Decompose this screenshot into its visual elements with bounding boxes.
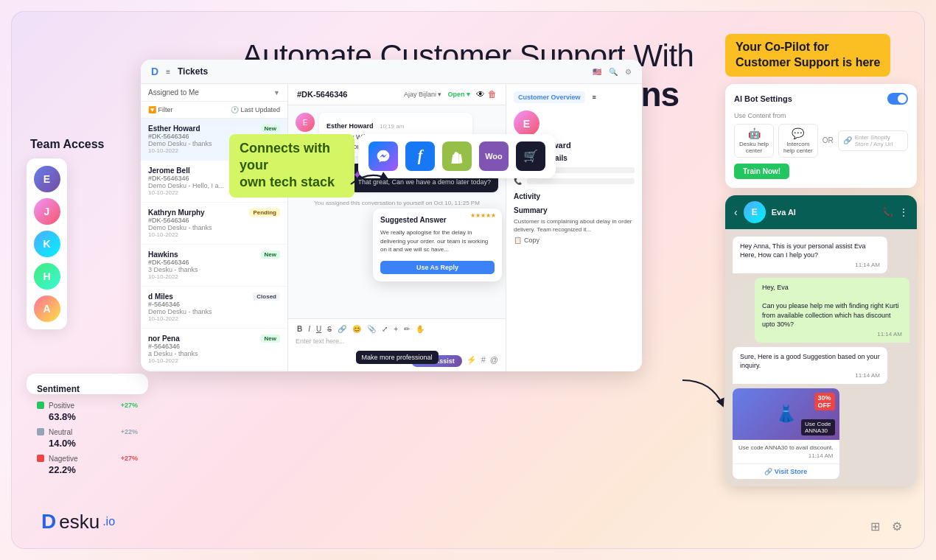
custom-url-box[interactable]: 🔗 Enter Shopify Store / Any Url xyxy=(838,130,908,151)
hand-btn[interactable]: ✋ xyxy=(414,323,426,335)
sentiment-negative: Nagetive +27% 22.2% xyxy=(37,455,138,475)
ai-bot-toggle[interactable] xyxy=(887,93,908,105)
ticket-id-label: #DK-5646346 xyxy=(297,90,348,99)
ai-bot-header: AI Bot Settings xyxy=(734,93,908,105)
phone-call-icon[interactable]: 📞 xyxy=(882,207,893,217)
copy-button[interactable]: 📋 Copy xyxy=(514,237,635,244)
search-icon[interactable]: 🔍 xyxy=(609,68,618,76)
link-icon: 🔗 xyxy=(843,136,852,144)
strike-btn[interactable]: S̶ xyxy=(326,323,333,335)
phone-row: 📞 xyxy=(514,178,635,185)
wa-dots-icon[interactable]: ⋮ xyxy=(899,207,908,217)
suggested-answer-popup: ★★★★★ Suggested Answer We really apologi… xyxy=(373,209,502,281)
desku-source[interactable]: 🤖 Desku helpcenter xyxy=(734,124,774,158)
right-arrow xyxy=(675,373,734,417)
customer-overview-tab[interactable]: Customer Overview xyxy=(514,91,585,103)
details-tab[interactable]: ≡ xyxy=(588,91,601,103)
wa-product-image: 👗 30%OFF Use CodeANNA30 xyxy=(733,388,839,440)
intercom-source[interactable]: 💬 Intercomhelp center xyxy=(778,124,818,158)
ticket-item[interactable]: Kathryn Murphy Pending #DK-5646346 Demo … xyxy=(141,203,287,245)
conversation-area: #DK-5646346 Ajay Bijlani ▾ Open ▾ 👁 🗑 E … xyxy=(288,84,506,371)
customer-avatar-large: E xyxy=(514,111,539,136)
italic-btn[interactable]: I xyxy=(307,323,312,335)
lightning-icon[interactable]: ⚡ xyxy=(467,355,477,367)
conversation-header: #DK-5646346 Ajay Bijlani ▾ Open ▾ 👁 🗑 xyxy=(288,84,506,105)
phone-icon: 📞 xyxy=(514,178,524,185)
woocommerce-icon: Woo xyxy=(479,141,509,171)
compose-input-area[interactable]: Enter text here... xyxy=(296,337,498,352)
connects-text: Connects with yourown tech stack xyxy=(229,134,355,197)
whatsapp-chat: ‹ E Eva AI 📞 ⋮ Hey Anna, This is your pe… xyxy=(725,195,917,486)
pencil-btn[interactable]: ✏ xyxy=(402,323,411,335)
sort-row: 🔽 Filter 🕐 Last Updated xyxy=(141,102,287,119)
ai-bot-title: AI Bot Settings xyxy=(734,94,792,103)
view-icon[interactable]: 👁 xyxy=(476,89,485,99)
negative-dot xyxy=(37,455,44,462)
copy-label: Copy xyxy=(524,237,539,244)
bold-btn[interactable]: B xyxy=(296,323,304,335)
customer-tabs: Customer Overview ≡ xyxy=(514,91,635,103)
plus-btn[interactable]: + xyxy=(392,323,399,335)
back-icon[interactable]: ‹ xyxy=(734,206,738,218)
delete-icon[interactable]: 🗑 xyxy=(488,89,497,99)
neutral-dot xyxy=(37,428,44,435)
visit-store-button[interactable]: 🔗 Visit Store xyxy=(733,463,839,479)
settings-icon-bottom[interactable]: ⚙ xyxy=(892,519,902,533)
shopify-icon xyxy=(442,141,472,171)
content-from-label: Use Content from xyxy=(734,112,908,119)
wa-message-outgoing: Hey, EvaCan you please help me with find… xyxy=(755,278,909,343)
ticket-item[interactable]: nor Pena New #-5646346 a Desku - thanks … xyxy=(141,329,287,371)
bottom-nav: ⊞ ⚙ xyxy=(870,519,902,533)
at-icon[interactable]: @ xyxy=(490,355,498,367)
facebook-icon: f xyxy=(405,141,435,171)
wa-message-incoming-2: Sure, Here is a good Suggestion based on… xyxy=(733,347,887,384)
avatar: H xyxy=(34,263,60,290)
desku-source-icon: 🤖 xyxy=(739,127,769,139)
grid-icon[interactable]: ⊞ xyxy=(870,519,880,533)
sentiment-box: Sentiment Positive +27% 63.8% Neutral +2… xyxy=(27,374,148,394)
phone-value xyxy=(527,178,635,184)
ticket-body: Assigned to Me ▼ 🔽 Filter 🕐 Last Updated… xyxy=(141,84,642,371)
train-now-button[interactable]: Train Now! xyxy=(734,164,789,179)
or-divider: OR xyxy=(823,136,834,144)
ticket-header: D ≡ Tickets 🇺🇸 🔍 ⚙ xyxy=(141,60,642,84)
agent-avatar: E xyxy=(296,113,315,132)
main-container: Automate Customer Support With Power Of … xyxy=(11,11,925,549)
ticket-item[interactable]: d Miles Closed #-5646346 Demo Desku - th… xyxy=(141,287,287,329)
use-reply-button[interactable]: Use As Reply xyxy=(380,261,495,274)
make-professional-tooltip: Make more professional xyxy=(355,351,438,364)
filter-icon[interactable]: ▼ xyxy=(273,89,280,97)
discount-badge: 30%OFF xyxy=(814,393,835,410)
use-code-badge: Use CodeANNA30 xyxy=(801,419,835,435)
ticket-item[interactable]: Hawkins New #DK-5646346 3 Desku - thanks… xyxy=(141,245,287,287)
activity-title: Activity xyxy=(514,192,635,200)
desku-io: .io xyxy=(102,515,115,528)
desku-logo: D esku .io xyxy=(41,510,115,533)
wa-product-info: Use code ANNA30 to avail discount. 11:14… xyxy=(733,440,839,463)
emoji-btn[interactable]: 😊 xyxy=(351,323,363,335)
filter-row: Assigned to Me ▼ xyxy=(141,84,287,102)
team-access-sidebar: E J K H A xyxy=(27,158,67,329)
stars-icon: ★★★★★ xyxy=(470,212,496,219)
hash-icon[interactable]: # xyxy=(481,355,486,367)
content-sources: 🤖 Desku helpcenter 💬 Intercomhelp center… xyxy=(734,124,908,158)
expand-btn[interactable]: ⤢ xyxy=(380,323,389,335)
flag-icon: 🇺🇸 xyxy=(593,68,601,76)
compose-area: B I U S̶ 🔗 😊 📎 ⤢ + ✏ ✋ Enter text here..… xyxy=(288,318,506,371)
ticket-item[interactable]: Jacob Jones New #DK-5646346 Demo Desku -… xyxy=(141,371,287,371)
desku-d-letter: D xyxy=(41,510,56,533)
connects-arrow xyxy=(347,166,391,188)
other-icon: 🛒 xyxy=(516,141,545,171)
summary-text: Customer is complaining about delay in o… xyxy=(514,217,635,234)
underline-btn[interactable]: U xyxy=(315,323,323,335)
avatar: E xyxy=(34,166,60,192)
attach-btn[interactable]: 📎 xyxy=(366,323,377,335)
wa-agent-avatar: E xyxy=(744,201,766,223)
wa-header: ‹ E Eva AI 📞 ⋮ xyxy=(725,195,917,229)
avatar: K xyxy=(34,231,60,257)
copilot-label: Your Co-Pilot forCustomer Support is her… xyxy=(725,34,890,77)
suggested-text: We really apologise for the delay in del… xyxy=(380,228,495,253)
wa-actions: 📞 ⋮ xyxy=(882,207,908,217)
settings-icon[interactable]: ⚙ xyxy=(625,68,632,76)
link-btn[interactable]: 🔗 xyxy=(336,323,348,335)
